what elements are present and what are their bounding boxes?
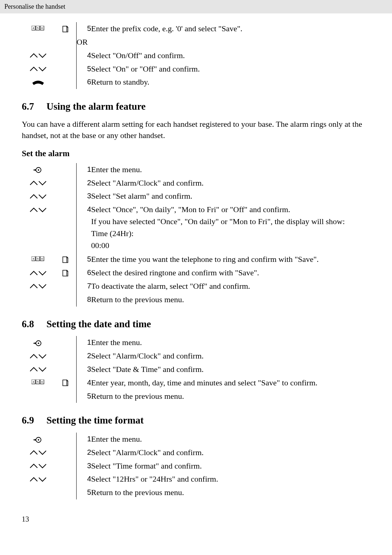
- step-number: 3: [77, 459, 91, 473]
- step-icon: [22, 177, 54, 190]
- step-text-line: 00:00: [91, 240, 370, 251]
- step-text: Enter the time you want the telephone to…: [91, 253, 370, 266]
- step-text: Select "Alarm/Clock" and confirm.: [91, 446, 370, 459]
- menu-icon: [33, 435, 43, 443]
- step-row: 1Enter the menu.: [22, 336, 370, 349]
- step-row: 2Select "Alarm/Clock" and confirm.: [22, 177, 370, 190]
- step-text: Select "Time format" and confirm.: [91, 459, 370, 473]
- step-icon: [22, 459, 54, 473]
- step-number: 5: [77, 22, 91, 36]
- nav-icon: [29, 365, 47, 373]
- step-row: 4Select "12Hrs" or "24Hrs" and confirm.: [22, 473, 370, 486]
- step-icon2: [54, 177, 77, 190]
- step-icon: [22, 473, 54, 486]
- step-row: 2Select "Alarm/Clock" and confirm.: [22, 349, 370, 363]
- step-icon: [22, 22, 54, 36]
- nav-icon: [29, 462, 47, 470]
- step-icon: [22, 446, 54, 459]
- step-text: Return to the previous menu.: [91, 390, 370, 403]
- step-icon2: [54, 293, 77, 307]
- step-icon2: [54, 36, 77, 49]
- step-text: Select the desired ringtone and confirm …: [91, 266, 370, 280]
- step-row: 1Enter the menu.: [22, 163, 370, 177]
- step-text: Select "Once", "On daily", "Mon to Fri" …: [91, 203, 370, 253]
- keypad-icon: [32, 378, 45, 386]
- step-row: 6Return to standby.: [22, 76, 370, 89]
- header-small: Personalise the handset: [0, 0, 392, 13]
- step-icon2: [54, 473, 77, 486]
- step-text: Enter year, month, day, time and minutes…: [91, 376, 370, 390]
- step-text: Select "Alarm/Clock" and confirm.: [91, 177, 370, 190]
- step-icon2: [54, 486, 77, 499]
- keypad-icon: [32, 24, 45, 32]
- step-icon: [22, 363, 54, 376]
- step-icon2: [54, 280, 77, 293]
- step-number: 3: [77, 363, 91, 376]
- step-row: 5Return to the previous menu.: [22, 486, 370, 499]
- step-number: 1: [77, 163, 91, 177]
- step-text: Return to standby.: [91, 76, 370, 89]
- step-number: 2: [77, 349, 91, 363]
- step-text: Enter the prefix code, e.g. '0' and sele…: [91, 22, 370, 36]
- step-number: 4: [77, 473, 91, 486]
- step-icon2: [54, 163, 77, 177]
- step-icon2: [54, 76, 77, 89]
- step-number: 5: [77, 390, 91, 403]
- top-steps: 5Enter the prefix code, e.g. '0' and sel…: [22, 22, 370, 89]
- nav-icon: [29, 65, 47, 73]
- step-icon: [22, 203, 54, 253]
- step-icon2: [54, 376, 77, 390]
- step-icon: [22, 49, 54, 62]
- sect-6-8-title: 6.8Setting the date and time: [22, 317, 370, 331]
- or-label: OR: [77, 36, 370, 49]
- nav-icon: [29, 448, 47, 456]
- step-icon: [22, 36, 54, 49]
- step-number: 3: [77, 190, 91, 203]
- step-row: 7To deactivate the alarm, select "Off" a…: [22, 280, 370, 293]
- step-icon: [22, 76, 54, 89]
- step-icon2: [54, 49, 77, 62]
- step-text: Select "Alarm/Clock" and confirm.: [91, 349, 370, 363]
- softR-icon: [62, 24, 69, 32]
- step-icon2: [54, 459, 77, 473]
- sect-6-7-sub: Set the alarm: [22, 148, 370, 159]
- steps-6-7: 1Enter the menu.2Select "Alarm/Clock" an…: [22, 163, 370, 307]
- step-text: Return to the previous menu.: [91, 293, 370, 307]
- step-icon2: [54, 446, 77, 459]
- step-text: Select "On/Off" and confirm.: [91, 49, 370, 62]
- step-text: Return to the previous menu.: [91, 486, 370, 499]
- sect-6-7-title: 6.7Using the alarm feature: [22, 100, 370, 114]
- step-row: 6Select the desired ringtone and confirm…: [22, 266, 370, 280]
- step-row: 3Select "Time format" and confirm.: [22, 459, 370, 473]
- keypad-icon: [32, 255, 45, 263]
- step-number: 5: [77, 253, 91, 266]
- step-icon2: [54, 336, 77, 349]
- step-icon2: [54, 22, 77, 36]
- menu-icon: [33, 338, 43, 346]
- step-row: 1Enter the menu.: [22, 433, 370, 446]
- step-text-line: Time (24Hr):: [91, 228, 370, 239]
- step-row: 8Return to the previous menu.: [22, 293, 370, 307]
- step-icon2: [54, 253, 77, 266]
- page-number: 13: [22, 514, 370, 524]
- step-text: Select "Date & Time" and confirm.: [91, 363, 370, 376]
- nav-icon: [29, 179, 47, 187]
- step-icon2: [54, 390, 77, 403]
- nav-icon: [29, 282, 47, 290]
- step-icon2: [54, 266, 77, 280]
- step-icon: [22, 280, 54, 293]
- step-text-line: Select "Once", "On daily", "Mon to Fri" …: [91, 204, 370, 215]
- step-row: 5Enter the time you want the telephone t…: [22, 253, 370, 266]
- nav-icon: [29, 51, 47, 59]
- step-icon: [22, 253, 54, 266]
- step-icon: [22, 266, 54, 280]
- step-number: 8: [77, 293, 91, 307]
- step-icon2: [54, 349, 77, 363]
- step-row: OR: [22, 36, 370, 49]
- step-text: To deactivate the alarm, select "Off" an…: [91, 280, 370, 293]
- step-icon: [22, 163, 54, 177]
- nav-icon: [29, 205, 47, 213]
- sect-6-9-title: 6.9Setting the time format: [22, 414, 370, 428]
- step-number: 5: [77, 486, 91, 499]
- step-icon2: [54, 433, 77, 446]
